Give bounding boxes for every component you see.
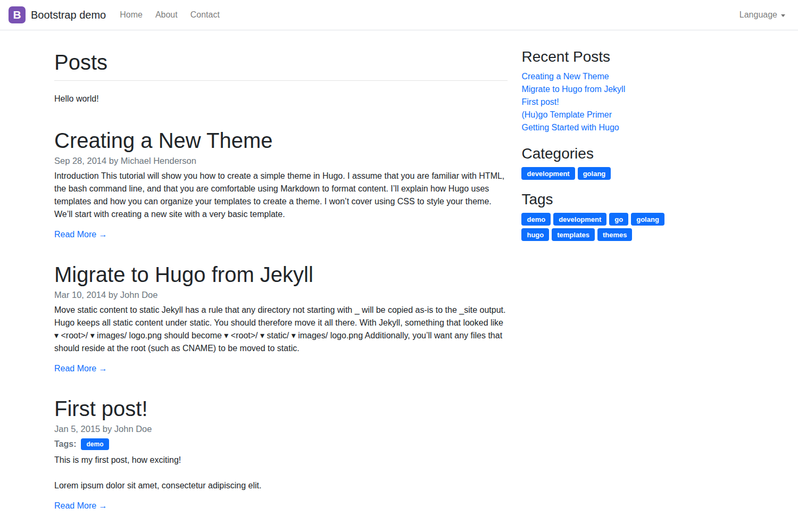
recent-post-link[interactable]: Creating a New Theme: [521, 70, 744, 83]
pagination-wrap: «««12»»»: [54, 511, 508, 532]
post-meta: Mar 10, 2014 by John Doe: [54, 290, 508, 300]
category-badge[interactable]: golang: [578, 167, 611, 180]
category-badge[interactable]: development: [521, 167, 575, 180]
brand-link[interactable]: B Bootstrap demo: [9, 6, 106, 23]
post-meta: Jan 5, 2015 by John Doe: [54, 424, 508, 434]
recent-post-link[interactable]: Getting Started with Hugo: [521, 121, 744, 134]
post-meta: Sep 28, 2014 by Michael Henderson: [54, 156, 508, 166]
page-title: Posts: [54, 49, 508, 75]
language-label: Language: [739, 10, 777, 20]
tag-badge[interactable]: go: [609, 213, 628, 226]
post-title: First post!: [54, 396, 508, 421]
post-tags-label: Tags:: [54, 439, 76, 449]
navbar-left: B Bootstrap demo HomeAboutContact: [9, 6, 226, 24]
nav-link-contact[interactable]: Contact: [186, 6, 224, 24]
read-more-link[interactable]: Read More →: [54, 501, 107, 511]
recent-posts-title: Recent Posts: [521, 48, 744, 65]
caret-down-icon: [781, 14, 785, 17]
post-excerpt: Lorem ipsum dolor sit amet, consectetur …: [54, 479, 508, 492]
sidebar: Recent Posts Creating a New ThemeMigrate…: [514, 44, 750, 532]
post: Migrate to Hugo from JekyllMar 10, 2014 …: [54, 262, 508, 373]
bootstrap-logo-icon: B: [9, 6, 26, 23]
tag-badge[interactable]: themes: [597, 228, 633, 241]
intro-text: Hello world!: [54, 93, 508, 105]
category-badge-list: developmentgolang: [521, 167, 681, 180]
recent-posts-list: Creating a New ThemeMigrate to Hugo from…: [521, 70, 744, 134]
title-divider: [54, 80, 508, 81]
categories-title: Categories: [521, 145, 744, 162]
post-tag-badge[interactable]: demo: [81, 438, 109, 450]
nav-link-about[interactable]: About: [151, 6, 182, 24]
tag-badge[interactable]: golang: [631, 213, 664, 226]
nav-link-home[interactable]: Home: [115, 6, 147, 24]
post: First post!Jan 5, 2015 by John DoeTags:d…: [54, 396, 508, 511]
navbar: B Bootstrap demo HomeAboutContact Langua…: [0, 0, 798, 30]
post-excerpt: This is my first post, how exciting!: [54, 454, 508, 467]
recent-post-link[interactable]: Migrate to Hugo from Jekyll: [521, 83, 744, 96]
language-dropdown[interactable]: Language: [739, 10, 785, 20]
page-container: Posts Hello world! Creating a New ThemeS…: [48, 30, 750, 532]
tag-badge[interactable]: hugo: [521, 228, 549, 241]
post-title: Creating a New Theme: [54, 128, 508, 153]
post-title: Migrate to Hugo from Jekyll: [54, 262, 508, 287]
recent-post-link[interactable]: First post!: [521, 96, 744, 109]
tag-badge[interactable]: demo: [521, 213, 551, 226]
tag-badge-list: demodevelopmentgogolanghugotemplatesthem…: [521, 213, 681, 241]
post: Creating a New ThemeSep 28, 2014 by Mich…: [54, 128, 508, 239]
main-column: Posts Hello world! Creating a New ThemeS…: [48, 44, 514, 532]
tag-badge[interactable]: development: [553, 213, 606, 226]
recent-post-link[interactable]: (Hu)go Template Primer: [521, 109, 744, 121]
tags-title: Tags: [521, 191, 744, 208]
post-excerpt: Move static content to static Jekyll has…: [54, 304, 508, 355]
read-more-link[interactable]: Read More →: [54, 364, 107, 373]
post-excerpt: Introduction This tutorial will show you…: [54, 170, 508, 221]
tag-badge[interactable]: templates: [552, 228, 595, 241]
read-more-link[interactable]: Read More →: [54, 230, 107, 239]
post-list: Creating a New ThemeSep 28, 2014 by Mich…: [54, 128, 508, 511]
nav-links: HomeAboutContact: [113, 6, 226, 24]
brand-label: Bootstrap demo: [31, 9, 106, 21]
post-tags-line: Tags:demo: [54, 438, 508, 450]
